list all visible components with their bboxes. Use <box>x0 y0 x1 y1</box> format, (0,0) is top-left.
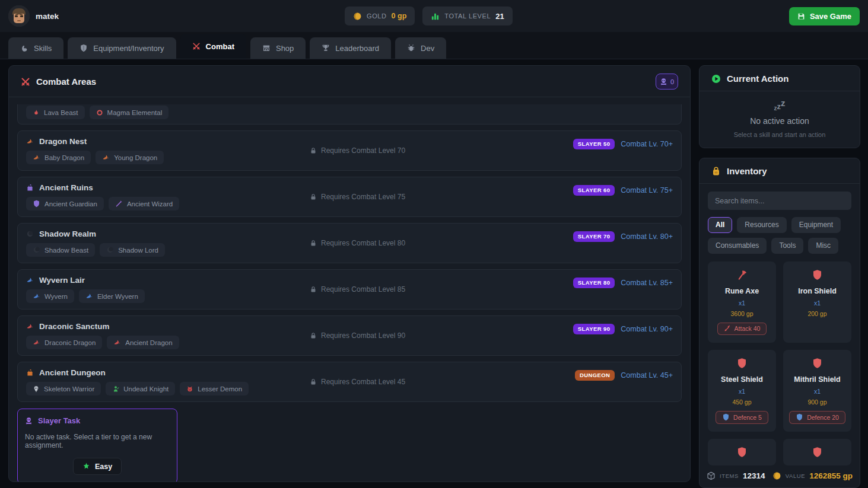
area-badge: SLAYER 70 <box>573 231 615 242</box>
monster-tag-skeleton-warrior[interactable]: Skeleton Warrior <box>26 382 101 395</box>
username: matek <box>36 12 59 21</box>
tab-dev[interactable]: Dev <box>395 37 446 59</box>
filter-misc[interactable]: Misc <box>808 238 838 254</box>
monster-tag-draconic-dragon[interactable]: Draconic Dragon <box>26 336 102 349</box>
item-value: 450 gp <box>732 398 751 406</box>
requirement-text: Requires Combat Level 80 <box>321 239 405 247</box>
filter-consumables[interactable]: Consumables <box>708 238 767 254</box>
item-card-rune-axe[interactable]: Rune Axex13600 gpAttack 40 <box>708 261 776 343</box>
monster-name: Undead Knight <box>123 385 168 393</box>
monster-tag-elder-wyvern[interactable]: Elder Wyvern <box>79 289 145 303</box>
monster-tag-baby-dragon[interactable]: Baby Dragon <box>26 151 91 164</box>
tab-shop[interactable]: Shop <box>250 37 306 59</box>
axe-icon <box>736 269 748 280</box>
slayer-mode-toggle[interactable]: 0 <box>656 74 678 90</box>
avatar[interactable] <box>8 5 30 27</box>
stat-label: Attack 40 <box>735 325 761 332</box>
total-level-stat: TOTAL LEVEL 21 <box>422 7 512 25</box>
slayer-task-box: Slayer Task No active task. Select a tie… <box>17 409 177 481</box>
requirement-text: Requires Combat Level 90 <box>321 331 405 340</box>
monster-tag-magma-elemental[interactable]: Magma Elemental <box>90 106 169 119</box>
tab-combat[interactable]: Combat <box>180 34 246 59</box>
filter-tools[interactable]: Tools <box>771 238 803 254</box>
monster-name: Shadow Lord <box>118 247 158 254</box>
demon-icon <box>186 385 193 393</box>
dragon-icon <box>26 323 34 330</box>
tab-equipment-inventory[interactable]: Equipment/Inventory <box>68 37 176 59</box>
item-quantity: x1 <box>814 388 821 395</box>
lock-icon <box>310 378 317 385</box>
skull-crossbones-icon <box>25 417 33 425</box>
monster-tag-ancient-guardian[interactable]: Ancient Guardian <box>26 197 104 210</box>
gold-stat: GOLD 0 gp <box>345 7 415 25</box>
shield-icon <box>33 200 40 208</box>
item-card-iron-shield[interactable]: Iron Shieldx1200 gp <box>783 261 851 343</box>
monster-name: Shadow Beast <box>44 247 88 254</box>
gold-value: 0 gp <box>392 12 407 20</box>
lock-icon <box>310 332 317 339</box>
action-hint-text: Select a skill and start an action <box>734 131 826 138</box>
monster-tag-ancient-dragon[interactable]: Ancient Dragon <box>107 336 179 349</box>
monster-tag-shadow-beast[interactable]: Shadow Beast <box>26 243 95 257</box>
tab-label: Equipment/Inventory <box>93 44 164 53</box>
filter-all[interactable]: All <box>708 217 732 233</box>
filter-resources[interactable]: Resources <box>737 217 786 233</box>
dragon-icon <box>102 154 110 161</box>
monster-name: Baby Dragon <box>44 154 84 161</box>
combat-area-dragon-nest[interactable]: Dragon NestBaby DragonYoung DragonRequir… <box>17 130 682 171</box>
total-level-label: TOTAL LEVEL <box>444 12 491 20</box>
combat-area-card-partial[interactable]: Lava BeastMagma Elemental <box>17 104 682 125</box>
save-game-button[interactable]: Save Game <box>789 7 860 25</box>
tab-skills[interactable]: Skills <box>8 37 63 59</box>
tab-leaderboard[interactable]: Leaderboard <box>310 37 391 59</box>
area-badge: SLAYER 50 <box>573 139 615 149</box>
monster-name: Elder Wyvern <box>97 293 138 300</box>
monster-tag-shadow-lord[interactable]: Shadow Lord <box>100 243 165 257</box>
dark-moon-icon <box>26 230 34 238</box>
filter-equipment[interactable]: Equipment <box>791 217 841 233</box>
item-card-steel-shield[interactable]: Steel Shieldx1450 gpDefence 5 <box>708 350 776 432</box>
area-requirement: Requires Combat Level 45 <box>310 378 405 386</box>
slayer-toggle-count: 0 <box>670 78 674 85</box>
item-stat-badge: Defence 5 <box>716 411 768 424</box>
wand-icon <box>115 200 123 208</box>
monster-name: Wyvern <box>44 293 68 300</box>
combat-area-ancient-dungeon[interactable]: Ancient DungeonSkeleton WarriorUndead Kn… <box>17 362 682 402</box>
combat-level-text: Combat Lv. 45+ <box>621 371 673 379</box>
inventory-search-input[interactable] <box>708 192 851 210</box>
monster-name: Ancient Wizard <box>127 200 173 208</box>
slayer-tier-easy-button[interactable]: Easy <box>73 458 122 475</box>
combat-areas-list[interactable]: Lava BeastMagma Elemental Dragon NestBab… <box>9 97 690 481</box>
monster-tag-lesser-demon[interactable]: Lesser Demon <box>180 382 249 395</box>
item-value: 900 gp <box>807 398 826 406</box>
combat-areas-title: Combat Areas <box>36 76 96 87</box>
combat-area-draconic-sanctum[interactable]: Draconic SanctumDraconic DragonAncient D… <box>17 315 682 356</box>
monster-tag-lava-beast[interactable]: Lava Beast <box>26 106 85 119</box>
item-card-partial[interactable] <box>708 439 776 465</box>
requirement-text: Requires Combat Level 45 <box>321 378 405 386</box>
bar-chart-icon <box>431 12 440 21</box>
combat-area-wyvern-lair[interactable]: Wyvern LairWyvernElder WyvernRequires Co… <box>17 269 682 310</box>
monster-tag-ancient-wizard[interactable]: Ancient Wizard <box>109 197 179 210</box>
monster-name: Skeleton Warrior <box>44 385 94 393</box>
area-badge: SLAYER 90 <box>573 324 615 334</box>
lock-icon <box>310 286 317 293</box>
coin-icon <box>772 471 781 480</box>
save-game-label: Save Game <box>810 12 851 21</box>
combat-level-text: Combat Lv. 80+ <box>621 232 673 241</box>
backpack-icon <box>711 167 721 176</box>
monster-tag-wyvern[interactable]: Wyvern <box>26 289 74 303</box>
area-name: Draconic Sanctum <box>39 322 110 331</box>
combat-area-ancient-ruins[interactable]: Ancient RuinsAncient GuardianAncient Wiz… <box>17 177 682 217</box>
area-name: Ancient Ruins <box>39 183 93 192</box>
item-quantity: x1 <box>814 299 821 307</box>
shield-icon <box>722 413 730 421</box>
monster-tag-young-dragon[interactable]: Young Dragon <box>96 151 164 164</box>
item-card-mithril-shield[interactable]: Mithril Shieldx1900 gpDefence 20 <box>783 350 851 432</box>
item-card-partial[interactable] <box>783 439 851 465</box>
combat-area-shadow-realm[interactable]: Shadow RealmShadow BeastShadow LordRequi… <box>17 223 682 263</box>
inventory-footer: ITEMS 12314 VALUE 1262855 gp <box>700 465 860 487</box>
inventory-items-grid: Rune Axex13600 gpAttack 40Iron Shieldx12… <box>708 261 851 465</box>
shield-gray-icon <box>80 44 88 52</box>
monster-tag-undead-knight[interactable]: Undead Knight <box>106 382 175 395</box>
